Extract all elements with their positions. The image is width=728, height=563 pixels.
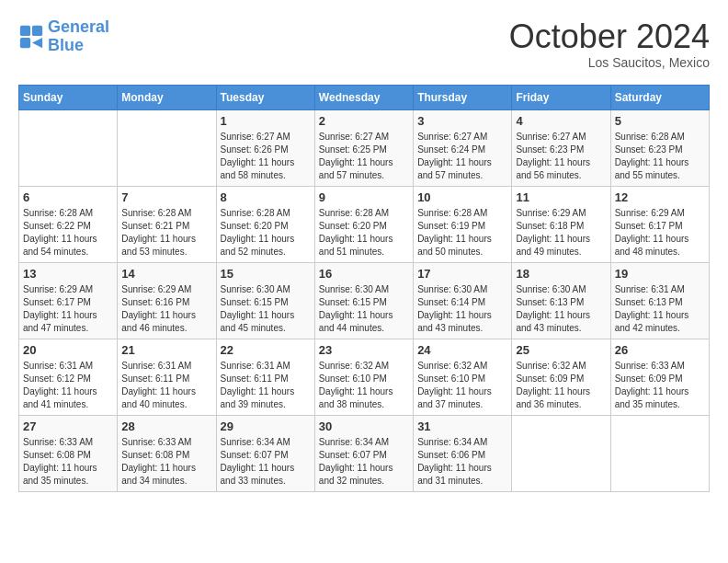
calendar-cell: 23Sunrise: 6:32 AM Sunset: 6:10 PM Dayli… bbox=[314, 339, 413, 415]
day-number: 16 bbox=[319, 267, 409, 281]
day-info: Sunrise: 6:28 AM Sunset: 6:20 PM Dayligh… bbox=[319, 207, 409, 259]
title-block: October 2024 Los Saucitos, Mexico bbox=[509, 18, 710, 70]
weekday-header-thursday: Thursday bbox=[414, 85, 512, 109]
day-number: 17 bbox=[417, 267, 507, 281]
day-info: Sunrise: 6:30 AM Sunset: 6:14 PM Dayligh… bbox=[417, 283, 507, 335]
day-info: Sunrise: 6:32 AM Sunset: 6:10 PM Dayligh… bbox=[417, 360, 507, 411]
day-info: Sunrise: 6:27 AM Sunset: 6:26 PM Dayligh… bbox=[221, 131, 311, 182]
calendar-cell: 17Sunrise: 6:30 AM Sunset: 6:14 PM Dayli… bbox=[414, 262, 512, 339]
day-info: Sunrise: 6:30 AM Sunset: 6:15 PM Dayligh… bbox=[319, 283, 409, 335]
calendar-cell: 1Sunrise: 6:27 AM Sunset: 6:26 PM Daylig… bbox=[216, 109, 314, 186]
day-number: 31 bbox=[417, 419, 507, 433]
calendar-cell: 22Sunrise: 6:31 AM Sunset: 6:11 PM Dayli… bbox=[216, 339, 314, 415]
calendar-cell: 4Sunrise: 6:27 AM Sunset: 6:23 PM Daylig… bbox=[512, 109, 610, 186]
day-number: 28 bbox=[121, 419, 211, 433]
calendar-cell: 21Sunrise: 6:31 AM Sunset: 6:11 PM Dayli… bbox=[118, 339, 216, 415]
calendar-cell: 27Sunrise: 6:33 AM Sunset: 6:08 PM Dayli… bbox=[19, 415, 118, 491]
logo-line1: General bbox=[48, 17, 109, 36]
day-number: 9 bbox=[319, 190, 409, 204]
day-number: 15 bbox=[221, 267, 311, 281]
day-number: 24 bbox=[417, 343, 507, 357]
day-number: 14 bbox=[121, 267, 211, 281]
weekday-header-saturday: Saturday bbox=[610, 85, 709, 109]
day-number: 27 bbox=[23, 419, 113, 433]
svg-rect-2 bbox=[20, 38, 30, 48]
day-number: 22 bbox=[221, 343, 311, 357]
logo-text: General Blue bbox=[48, 18, 109, 55]
day-number: 13 bbox=[23, 267, 113, 281]
weekday-header-sunday: Sunday bbox=[19, 85, 118, 109]
calendar-cell bbox=[19, 109, 118, 186]
calendar-cell: 8Sunrise: 6:28 AM Sunset: 6:20 PM Daylig… bbox=[216, 186, 314, 262]
calendar-cell bbox=[118, 109, 216, 186]
day-info: Sunrise: 6:28 AM Sunset: 6:20 PM Dayligh… bbox=[221, 207, 311, 259]
calendar-cell: 7Sunrise: 6:28 AM Sunset: 6:21 PM Daylig… bbox=[118, 186, 216, 262]
calendar-week-1: 1Sunrise: 6:27 AM Sunset: 6:26 PM Daylig… bbox=[19, 109, 710, 186]
day-info: Sunrise: 6:34 AM Sunset: 6:07 PM Dayligh… bbox=[319, 436, 409, 488]
day-number: 1 bbox=[221, 114, 311, 128]
calendar-header: SundayMondayTuesdayWednesdayThursdayFrid… bbox=[19, 85, 710, 109]
calendar-cell bbox=[512, 415, 610, 491]
calendar-cell: 18Sunrise: 6:30 AM Sunset: 6:13 PM Dayli… bbox=[512, 262, 610, 339]
calendar-cell bbox=[610, 415, 709, 491]
calendar-week-2: 6Sunrise: 6:28 AM Sunset: 6:22 PM Daylig… bbox=[19, 186, 710, 262]
calendar-week-5: 27Sunrise: 6:33 AM Sunset: 6:08 PM Dayli… bbox=[19, 415, 710, 491]
day-number: 18 bbox=[516, 267, 606, 281]
calendar-cell: 25Sunrise: 6:32 AM Sunset: 6:09 PM Dayli… bbox=[512, 339, 610, 415]
day-info: Sunrise: 6:31 AM Sunset: 6:12 PM Dayligh… bbox=[23, 360, 113, 411]
day-info: Sunrise: 6:30 AM Sunset: 6:15 PM Dayligh… bbox=[221, 283, 311, 335]
day-info: Sunrise: 6:30 AM Sunset: 6:13 PM Dayligh… bbox=[516, 283, 606, 335]
logo: General Blue bbox=[18, 18, 109, 55]
calendar-cell: 3Sunrise: 6:27 AM Sunset: 6:24 PM Daylig… bbox=[414, 109, 512, 186]
day-info: Sunrise: 6:29 AM Sunset: 6:17 PM Dayligh… bbox=[615, 207, 705, 259]
svg-marker-3 bbox=[32, 38, 42, 48]
day-info: Sunrise: 6:32 AM Sunset: 6:09 PM Dayligh… bbox=[516, 360, 606, 411]
day-info: Sunrise: 6:34 AM Sunset: 6:06 PM Dayligh… bbox=[417, 436, 507, 488]
day-info: Sunrise: 6:34 AM Sunset: 6:07 PM Dayligh… bbox=[221, 436, 311, 488]
svg-rect-1 bbox=[32, 26, 42, 36]
day-info: Sunrise: 6:28 AM Sunset: 6:19 PM Dayligh… bbox=[417, 207, 507, 259]
calendar-cell: 13Sunrise: 6:29 AM Sunset: 6:17 PM Dayli… bbox=[19, 262, 118, 339]
svg-rect-0 bbox=[20, 26, 30, 36]
day-info: Sunrise: 6:29 AM Sunset: 6:17 PM Dayligh… bbox=[23, 283, 113, 335]
day-info: Sunrise: 6:27 AM Sunset: 6:23 PM Dayligh… bbox=[516, 131, 606, 182]
location-subtitle: Los Saucitos, Mexico bbox=[509, 55, 710, 70]
day-number: 23 bbox=[319, 343, 409, 357]
day-info: Sunrise: 6:31 AM Sunset: 6:11 PM Dayligh… bbox=[221, 360, 311, 411]
day-info: Sunrise: 6:27 AM Sunset: 6:24 PM Dayligh… bbox=[417, 131, 507, 182]
day-info: Sunrise: 6:33 AM Sunset: 6:08 PM Dayligh… bbox=[23, 436, 113, 488]
calendar-cell: 30Sunrise: 6:34 AM Sunset: 6:07 PM Dayli… bbox=[314, 415, 413, 491]
day-number: 19 bbox=[615, 267, 705, 281]
day-number: 2 bbox=[319, 114, 409, 128]
calendar-cell: 15Sunrise: 6:30 AM Sunset: 6:15 PM Dayli… bbox=[216, 262, 314, 339]
calendar-cell: 9Sunrise: 6:28 AM Sunset: 6:20 PM Daylig… bbox=[314, 186, 413, 262]
calendar-table: SundayMondayTuesdayWednesdayThursdayFrid… bbox=[18, 85, 710, 492]
calendar-cell: 16Sunrise: 6:30 AM Sunset: 6:15 PM Dayli… bbox=[314, 262, 413, 339]
calendar-cell: 26Sunrise: 6:33 AM Sunset: 6:09 PM Dayli… bbox=[610, 339, 709, 415]
calendar-cell: 5Sunrise: 6:28 AM Sunset: 6:23 PM Daylig… bbox=[610, 109, 709, 186]
day-number: 4 bbox=[516, 114, 606, 128]
day-number: 3 bbox=[417, 114, 507, 128]
calendar-cell: 24Sunrise: 6:32 AM Sunset: 6:10 PM Dayli… bbox=[414, 339, 512, 415]
day-number: 12 bbox=[615, 190, 705, 204]
calendar-cell: 31Sunrise: 6:34 AM Sunset: 6:06 PM Dayli… bbox=[414, 415, 512, 491]
calendar-cell: 29Sunrise: 6:34 AM Sunset: 6:07 PM Dayli… bbox=[216, 415, 314, 491]
calendar-cell: 12Sunrise: 6:29 AM Sunset: 6:17 PM Dayli… bbox=[610, 186, 709, 262]
calendar-week-3: 13Sunrise: 6:29 AM Sunset: 6:17 PM Dayli… bbox=[19, 262, 710, 339]
day-number: 11 bbox=[516, 190, 606, 204]
day-number: 7 bbox=[121, 190, 211, 204]
calendar-cell: 20Sunrise: 6:31 AM Sunset: 6:12 PM Dayli… bbox=[19, 339, 118, 415]
weekday-header-row: SundayMondayTuesdayWednesdayThursdayFrid… bbox=[19, 85, 710, 109]
page-header: General Blue October 2024 Los Saucitos, … bbox=[18, 18, 710, 70]
calendar-body: 1Sunrise: 6:27 AM Sunset: 6:26 PM Daylig… bbox=[19, 109, 710, 491]
calendar-cell: 19Sunrise: 6:31 AM Sunset: 6:13 PM Dayli… bbox=[610, 262, 709, 339]
day-number: 5 bbox=[615, 114, 705, 128]
day-number: 6 bbox=[23, 190, 113, 204]
logo-icon bbox=[18, 24, 44, 50]
weekday-header-tuesday: Tuesday bbox=[216, 85, 314, 109]
calendar-week-4: 20Sunrise: 6:31 AM Sunset: 6:12 PM Dayli… bbox=[19, 339, 710, 415]
day-info: Sunrise: 6:27 AM Sunset: 6:25 PM Dayligh… bbox=[319, 131, 409, 182]
logo-line2: Blue bbox=[48, 36, 84, 54]
day-number: 20 bbox=[23, 343, 113, 357]
calendar-cell: 28Sunrise: 6:33 AM Sunset: 6:08 PM Dayli… bbox=[118, 415, 216, 491]
